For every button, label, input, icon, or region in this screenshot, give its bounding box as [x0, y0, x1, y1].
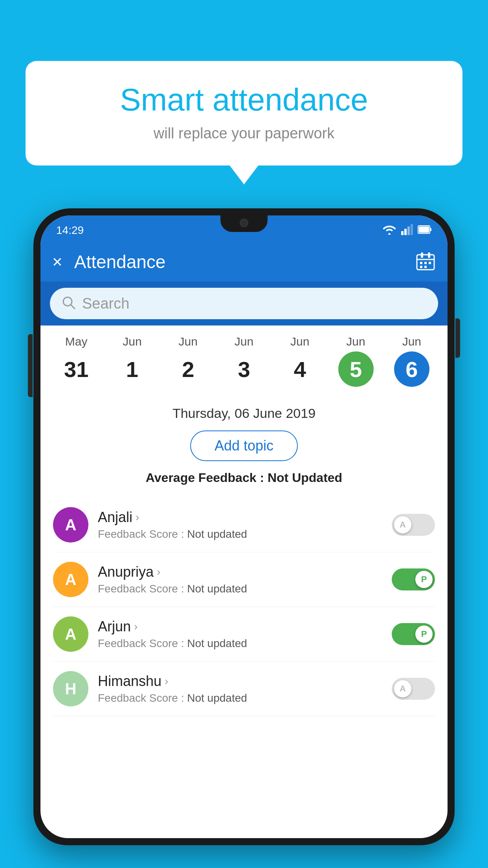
student-feedback: Feedback Score : Not updated	[98, 528, 382, 541]
attendance-toggle[interactable]: P	[392, 568, 435, 590]
avg-feedback-label: Average Feedback :	[146, 471, 268, 485]
bubble-subtitle: will replace your paperwork	[49, 125, 439, 142]
avatar: A	[53, 562, 88, 597]
phone-outer: 14:29	[33, 208, 455, 845]
student-name: Anupriya ›	[98, 564, 382, 580]
calendar-strip: May 31 Jun 1 Jun 2 Jun 3 Jun 4 Jun 5 Jun…	[40, 326, 448, 395]
toggle-knob: P	[415, 571, 433, 588]
feedback-value: Not updated	[187, 637, 247, 649]
avatar: A	[53, 616, 88, 652]
calendar-icon[interactable]	[415, 251, 436, 273]
svg-rect-12	[424, 262, 427, 264]
signal-icon	[401, 224, 413, 237]
attendance-toggle-container: A	[392, 514, 435, 536]
cal-date: 5	[338, 351, 374, 387]
cal-date: 1	[114, 351, 150, 387]
notch-camera	[240, 219, 248, 227]
svg-rect-10	[428, 252, 430, 258]
student-item[interactable]: A Anjali › Feedback Score : Not updated …	[53, 498, 435, 552]
feedback-value: Not updated	[187, 692, 247, 704]
avatar: H	[53, 671, 88, 706]
cal-date: 6	[394, 351, 429, 387]
chevron-right-icon: ›	[136, 511, 139, 524]
attendance-toggle[interactable]: P	[392, 623, 435, 645]
status-icons	[382, 224, 432, 237]
calendar-day[interactable]: Jun 5	[336, 335, 376, 387]
calendar-day[interactable]: May 31	[57, 335, 96, 387]
feedback-value: Not updated	[187, 528, 247, 540]
avg-feedback: Average Feedback : Not Updated	[53, 471, 435, 485]
calendar-day[interactable]: Jun 4	[280, 335, 319, 387]
student-item[interactable]: H Himanshu › Feedback Score : Not update…	[53, 662, 435, 716]
student-feedback: Feedback Score : Not updated	[98, 637, 382, 650]
attendance-toggle[interactable]: A	[392, 678, 435, 700]
wifi-icon	[382, 224, 396, 237]
chevron-right-icon: ›	[157, 566, 160, 578]
svg-rect-5	[430, 228, 431, 231]
cal-date: 31	[59, 351, 94, 387]
speech-bubble: Smart attendance will replace your paper…	[26, 61, 462, 166]
student-info: Himanshu › Feedback Score : Not updated	[98, 673, 382, 704]
student-name: Anjali ›	[98, 509, 382, 526]
cal-month: May	[65, 335, 88, 348]
search-bar-container: Search	[40, 281, 448, 326]
add-topic-button[interactable]: Add topic	[190, 430, 298, 461]
cal-date: 3	[226, 351, 262, 387]
svg-rect-11	[420, 262, 422, 264]
svg-rect-6	[419, 226, 429, 233]
student-feedback: Feedback Score : Not updated	[98, 583, 382, 595]
search-bar[interactable]: Search	[50, 288, 438, 319]
cal-date: 4	[282, 351, 317, 387]
student-name: Himanshu ›	[98, 673, 382, 690]
phone-mockup: 14:29	[33, 208, 455, 868]
svg-rect-14	[420, 266, 422, 268]
cal-month: Jun	[235, 335, 253, 348]
cal-month: Jun	[402, 335, 421, 348]
svg-rect-1	[404, 229, 407, 235]
svg-line-17	[71, 305, 75, 309]
attendance-toggle-container: P	[392, 623, 435, 645]
calendar-day[interactable]: Jun 6	[392, 335, 431, 387]
calendar-day[interactable]: Jun 2	[169, 335, 208, 387]
status-time: 14:29	[56, 224, 84, 237]
cal-date: 2	[171, 351, 206, 387]
svg-rect-15	[424, 266, 427, 268]
student-name: Arjun ›	[98, 618, 382, 635]
bubble-title: Smart attendance	[49, 83, 439, 117]
chevron-right-icon: ›	[134, 620, 138, 633]
calendar-day[interactable]: Jun 1	[112, 335, 152, 387]
student-info: Arjun › Feedback Score : Not updated	[98, 618, 382, 650]
attendance-toggle-container: P	[392, 568, 435, 590]
attendance-toggle[interactable]: A	[392, 514, 435, 536]
app-bar: × Attendance	[40, 242, 448, 281]
attendance-toggle-container: A	[392, 678, 435, 700]
cal-month: Jun	[290, 335, 309, 348]
avatar: A	[53, 507, 88, 542]
content-area: Thursday, 06 June 2019 Add topic Average…	[40, 395, 448, 727]
student-item[interactable]: A Anupriya › Feedback Score : Not update…	[53, 552, 435, 607]
svg-rect-13	[429, 262, 431, 264]
svg-rect-3	[411, 224, 413, 235]
student-feedback: Feedback Score : Not updated	[98, 692, 382, 704]
phone-notch	[220, 215, 268, 232]
cal-month: Jun	[179, 335, 198, 348]
svg-rect-9	[421, 252, 423, 258]
svg-rect-0	[401, 231, 404, 235]
close-button[interactable]: ×	[52, 252, 62, 272]
speech-bubble-container: Smart attendance will replace your paper…	[26, 61, 462, 166]
calendar-day[interactable]: Jun 3	[224, 335, 264, 387]
search-icon	[62, 296, 76, 311]
chevron-right-icon: ›	[165, 675, 168, 688]
battery-icon	[418, 225, 432, 236]
svg-rect-2	[407, 226, 410, 235]
student-info: Anupriya › Feedback Score : Not updated	[98, 564, 382, 595]
toggle-knob: P	[415, 625, 433, 643]
toggle-knob: A	[394, 680, 411, 697]
selected-date: Thursday, 06 June 2019	[53, 406, 435, 421]
feedback-value: Not updated	[187, 583, 247, 595]
student-item[interactable]: A Arjun › Feedback Score : Not updated P	[53, 607, 435, 662]
student-info: Anjali › Feedback Score : Not updated	[98, 509, 382, 541]
toggle-knob: A	[394, 516, 411, 533]
search-placeholder: Search	[82, 295, 129, 312]
cal-month: Jun	[346, 335, 365, 348]
